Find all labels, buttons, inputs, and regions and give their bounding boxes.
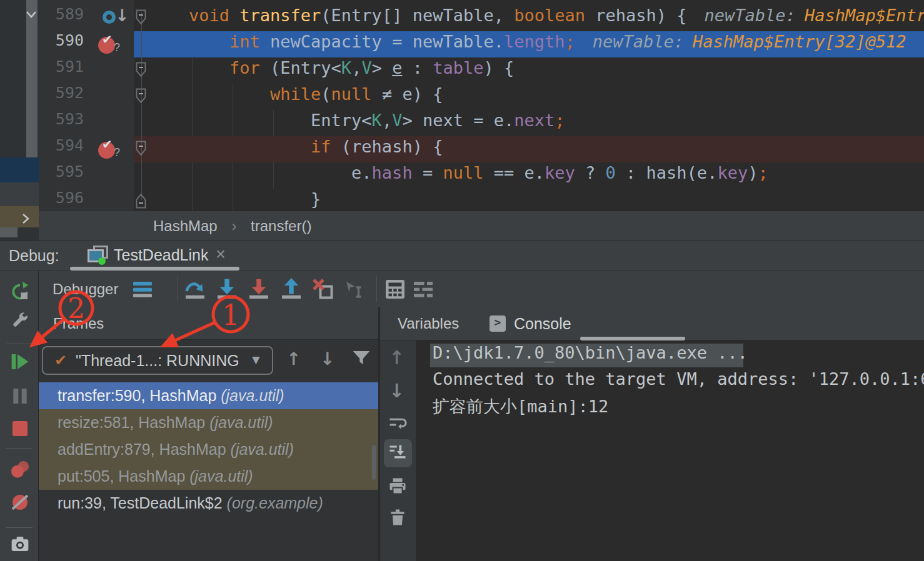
frames-panel: transfer:590, HashMap (java.util)resize:…: [39, 307, 378, 561]
inline-hint-label: newTable:: [593, 32, 684, 51]
console-toolbar: ↑ ↓: [380, 340, 416, 561]
rerun-icon[interactable]: [10, 282, 30, 302]
stack-frames-list: transfer:590, HashMap (java.util)resize:…: [39, 307, 378, 561]
chevron-down-icon: ▼: [249, 352, 263, 367]
code-area[interactable]: void transfer(Entry[] newTable, boolean …: [134, 0, 924, 211]
debug-session-icon: [88, 246, 109, 266]
tab-variables[interactable]: Variables: [398, 315, 459, 332]
code-line[interactable]: Entry<K,V> next = e.next;: [134, 110, 924, 136]
debug-session-tab[interactable]: TestDeadLink ×: [70, 241, 240, 271]
step-into-icon[interactable]: [216, 278, 238, 300]
thread-selector-dropdown[interactable]: ✔ "Thread-1...: RUNNING ▼: [42, 346, 273, 375]
drop-frame-icon[interactable]: [312, 278, 334, 300]
camera-icon[interactable]: [10, 534, 30, 554]
console-icon: >: [490, 315, 506, 332]
code-line[interactable]: for (Entry<K,V> e : table) {: [134, 57, 924, 84]
console-line: Connected to the target VM, address: '12…: [433, 369, 924, 395]
console-line: D:\jdk1.7.0_80\bin\java.exe ...: [433, 343, 924, 369]
hide-frames-filter-icon[interactable]: [351, 349, 371, 369]
marker-block-olive: [0, 206, 39, 227]
step-over-icon[interactable]: [184, 278, 206, 300]
right-panel-tabs: Variables > Console: [380, 307, 924, 340]
chevron-down-icon[interactable]: [25, 9, 38, 20]
code-editor[interactable]: void transfer(Entry[] newTable, boolean …: [0, 0, 924, 211]
frames-title: Frames: [53, 315, 104, 332]
evaluate-expression-icon[interactable]: [384, 278, 406, 300]
running-indicator-dot: [98, 257, 106, 265]
fold-marker-icon[interactable]: [135, 141, 147, 156]
debugger-tab-label[interactable]: Debugger: [53, 280, 118, 298]
breadcrumb: HashMap › transfer(): [39, 211, 924, 241]
marker-block-navy: [0, 157, 39, 182]
debugger-toolbar: Debugger: [39, 270, 924, 307]
fold-marker-icon[interactable]: [135, 62, 147, 77]
inline-hint-value: HashMap$Entry[32]@512: [693, 32, 906, 51]
fold-marker-icon[interactable]: [135, 193, 147, 209]
code-line[interactable]: int newCapacity = newTable.length;newTab…: [134, 31, 924, 57]
force-step-into-icon[interactable]: [248, 278, 270, 300]
toolbar-separator: [376, 276, 377, 302]
code-line[interactable]: void transfer(Entry[] newTable, boolean …: [134, 5, 924, 31]
run-to-cursor-icon[interactable]: [344, 278, 367, 300]
toolbar-separator: [6, 344, 33, 344]
breadcrumb-method[interactable]: transfer(): [251, 217, 311, 234]
thread-status-check-icon: ✔: [54, 352, 67, 369]
threads-view-icon[interactable]: [131, 278, 154, 300]
console-output[interactable]: D:\jdk1.7.0_80\bin\java.exe ...Connected…: [416, 340, 924, 561]
close-icon[interactable]: ×: [216, 245, 226, 264]
stack-frame-row[interactable]: put:505, HashMap (java.util): [39, 463, 378, 490]
stack-frame-row[interactable]: run:39, TestDeadLink$2 (org.example): [39, 490, 378, 517]
marker-block-small: [0, 227, 18, 237]
inline-hint-label: newTable:: [705, 6, 796, 25]
fold-marker-icon[interactable]: [135, 9, 147, 25]
stack-frame-row[interactable]: transfer:590, HashMap (java.util): [39, 382, 378, 409]
down-stack-trace-icon[interactable]: ↓: [389, 380, 404, 402]
print-icon[interactable]: [388, 477, 407, 495]
debug-left-toolbar: [0, 270, 39, 561]
fold-marker-icon[interactable]: [135, 88, 147, 104]
stop-icon[interactable]: [10, 419, 30, 439]
previous-frame-button[interactable]: ↑: [286, 349, 301, 369]
chevron-right-icon[interactable]: [20, 212, 31, 225]
tab-console[interactable]: > Console: [486, 307, 586, 340]
up-stack-trace-icon[interactable]: ↑: [389, 347, 404, 369]
toolbar-separator: [178, 276, 178, 302]
debug-label: Debug:: [9, 247, 59, 265]
toolbar-separator: [6, 448, 33, 449]
thread-selector-value: "Thread-1...: RUNNING: [76, 352, 239, 370]
mute-breakpoints-icon[interactable]: [10, 492, 30, 512]
inline-hint-value: HashMap$Entry[32]@512: [805, 6, 924, 25]
scrollbar-thumb[interactable]: [372, 445, 376, 480]
frames-header: Frames: [39, 307, 378, 340]
code-line[interactable]: if (rehash) {: [134, 136, 924, 162]
next-frame-button[interactable]: ↓: [320, 349, 334, 369]
stack-frame-row[interactable]: addEntry:879, HashMap (java.util): [39, 436, 378, 463]
code-line[interactable]: }: [134, 189, 924, 211]
scroll-to-end-icon[interactable]: [388, 444, 407, 462]
debug-session-title: TestDeadLink: [114, 246, 208, 264]
stack-frame-row[interactable]: resize:581, HashMap (java.util): [39, 409, 378, 436]
pause-icon[interactable]: [10, 386, 30, 406]
layout-settings-icon[interactable]: [412, 278, 434, 300]
wrench-icon[interactable]: [10, 310, 30, 330]
debug-toolwindow-header: Debug: TestDeadLink ×: [0, 241, 924, 270]
soft-wrap-icon[interactable]: [388, 415, 407, 434]
clear-console-icon[interactable]: [388, 508, 407, 527]
resume-icon[interactable]: [10, 352, 30, 372]
code-line[interactable]: e.hash = null == e.key ? 0 : hash(e.key)…: [134, 162, 924, 189]
step-out-icon[interactable]: [280, 278, 303, 300]
console-line: 扩容前大小[main]:12: [433, 395, 924, 422]
code-line[interactable]: while(null ≠ e) {: [134, 84, 924, 110]
scrollbar-thumb[interactable]: [26, 0, 38, 157]
breadcrumb-separator: ›: [231, 217, 236, 234]
toolbar-separator: [6, 527, 33, 528]
tab-console-label: Console: [514, 315, 571, 333]
selected-tab-underline: [70, 267, 239, 271]
marker-block-gray: [0, 182, 39, 206]
view-breakpoints-icon[interactable]: [10, 460, 30, 480]
breadcrumb-class[interactable]: HashMap: [153, 217, 218, 234]
intellij-debug-window: void transfer(Entry[] newTable, boolean …: [0, 0, 924, 561]
left-panel-edge: [0, 0, 39, 241]
